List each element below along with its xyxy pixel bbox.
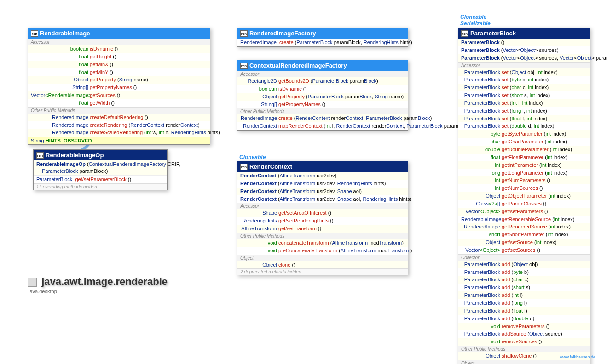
method-row: void removeParameters () <box>458 323 590 330</box>
method-row: RenderedImage create (ParameterBlock par… <box>237 39 408 46</box>
method-row: ParameterBlock set (char c, int index) <box>458 84 590 91</box>
method-row: float getMinX () <box>28 61 210 68</box>
section-collector: Collector <box>458 254 590 261</box>
section-other: Other Public Methods <box>237 233 408 239</box>
section-accessor: Accessor <box>28 39 210 45</box>
method-row: Rectangle2D getBounds2D (ParameterBlock … <box>237 77 408 85</box>
implements-cloneable: Cloneable <box>460 14 486 20</box>
section-other: Other Public Methods <box>28 107 210 114</box>
section-accessor: Accessor <box>458 62 590 68</box>
method-row: ParameterBlock add (char c) <box>458 276 590 284</box>
method-row: float getHeight () <box>28 53 210 61</box>
method-row: Vector<RenderableImage> getSources () <box>28 91 210 99</box>
method-row: void concatenateTransform (AffineTransfo… <box>237 239 408 247</box>
method-row: ParameterBlock set (double d, int index) <box>458 122 590 130</box>
method-row: Object getObjectParameter (int index) <box>458 192 590 200</box>
method-row: ParameterBlock add (float f) <box>458 307 590 315</box>
method-row: RenderedImage create (RenderContext rend… <box>237 114 408 122</box>
class-parameter-block: ren ParameterBlock ParameterBlock ()Para… <box>458 28 590 364</box>
section-other: Other Public Methods <box>237 108 408 114</box>
method-row: float getWidth () <box>28 99 210 107</box>
method-row: Vector<Object> get/setParameters () <box>458 208 590 216</box>
method-row: RenderingHints get/setRenderingHints () <box>237 217 408 225</box>
method-row: short getShortParameter (int index) <box>458 231 590 239</box>
method-row: boolean isDynamic () <box>237 85 408 93</box>
method-row: Vector<Object> get/setSources () <box>458 246 590 254</box>
method-row: ParameterBlock add (Object obj) <box>458 261 590 268</box>
constructor: RenderContext (AffineTransform usr2dev, … <box>237 195 408 203</box>
class-title: ren RenderableImageOp <box>34 150 167 160</box>
class-title-text: ParameterBlock <box>470 30 516 37</box>
method-row: Object getProperty (String name) <box>28 76 210 84</box>
section-accessor: Accessor <box>237 203 408 209</box>
method-row: AffineTransform get/setTransform () <box>237 225 408 233</box>
watermark: www.falkhausen.de <box>560 355 595 359</box>
class-title: ren RenderableImage <box>28 28 210 39</box>
method-row: ParameterBlock add (byte b) <box>458 268 590 276</box>
class-title: ren ContextualRenderedImageFactory <box>237 60 408 71</box>
method-row: void preConcatenateTransform (AffineTran… <box>237 247 408 255</box>
constructor: ParameterBlock (Vector<Object> sources) <box>458 46 590 54</box>
class-rendered-image-factory: ren RenderedImageFactory RenderedImage c… <box>237 28 408 47</box>
method-row: Object getProperty (ParameterBlock param… <box>237 93 408 101</box>
method-row: int getIntParameter (int index) <box>458 161 590 169</box>
package-module: java.desktop <box>29 289 57 294</box>
method-row: float getMinY () <box>28 68 210 76</box>
method-row: RenderedImage createRendering (RenderCon… <box>28 121 210 129</box>
class-renderable-image-op: ren RenderableImageOp RenderableImageOp … <box>33 149 168 190</box>
method-row: double getDoubleParameter (int index) <box>458 146 590 154</box>
implements-cloneable: Cloneable <box>239 154 266 160</box>
method-row: Class<?>[] getParamClasses () <box>458 200 590 208</box>
ren-icon: ren <box>31 30 38 37</box>
class-contextual-rif: ren ContextualRenderedImageFactory Acces… <box>237 60 408 131</box>
method-row: float getFloatParameter (int index) <box>458 154 590 161</box>
class-title: ren RenderContext <box>237 161 408 172</box>
method-row: ParameterBlock add (long l) <box>458 299 590 307</box>
class-title-text: RenderContext <box>249 163 292 170</box>
ren-icon: ren <box>240 164 248 170</box>
class-render-context: ren RenderContext RenderContext (AffineT… <box>237 161 408 275</box>
method-row: RenderedImage createDefaultRendering () <box>28 114 210 121</box>
method-row: RenderedImage createScaledRendering (int… <box>28 129 210 136</box>
method-row: long getLongParameter (int index) <box>458 169 590 177</box>
method-row: ParameterBlock get/setParameterBlock () <box>34 175 167 183</box>
method-row: RenderContext mapRenderContext (int i, R… <box>237 122 408 130</box>
class-title: ren ParameterBlock <box>458 28 590 39</box>
method-row: int getNumSources () <box>458 184 590 192</box>
method-row: ParameterBlock add (int i) <box>458 291 590 299</box>
class-title-text: RenderedImageFactory <box>249 30 316 37</box>
section-object: Object <box>237 255 408 261</box>
method-row: ParameterBlock set (float f, int index) <box>458 115 590 123</box>
section-object: Object <box>458 360 590 364</box>
method-row: RenderableImage getRenderableSource (int… <box>458 216 590 223</box>
constructor: RenderContext (AffineTransform usr2dev) <box>237 172 408 180</box>
class-title: ren RenderedImageFactory <box>237 28 408 39</box>
class-title-text: RenderableImage <box>40 30 90 37</box>
method-row: ParameterBlock add (short s) <box>458 284 590 291</box>
method-row: ParameterBlock set (int i, int index) <box>458 99 590 107</box>
constructor: RenderContext (AffineTransform usr2dev, … <box>237 180 408 188</box>
class-title-text: ContextualRenderedImageFactory <box>249 62 347 69</box>
method-row: ParameterBlock set (byte b, int index) <box>458 76 590 84</box>
method-row: String[] getPropertyNames () <box>237 101 408 108</box>
ren-icon: ren <box>461 30 468 37</box>
constructor: RenderableImageOp (ContextualRenderedIma… <box>34 160 167 175</box>
class-title-text: RenderableImageOp <box>46 152 104 159</box>
constructor: RenderContext (AffineTransform usr2dev, … <box>237 188 408 195</box>
package-title: java.awt.image.renderable <box>28 276 168 288</box>
method-row: char getCharParameter (int index) <box>458 138 590 146</box>
hidden-methods-note: 11 overriding methods hidden <box>34 183 167 190</box>
package-icon <box>28 278 37 287</box>
method-row: ParameterBlock addSource (Object source) <box>458 330 590 338</box>
method-row: byte getByteParameter (int index) <box>458 130 590 138</box>
constant-hints-observed: String HINTS_OBSERVED <box>28 136 210 144</box>
method-row: void removeSources () <box>458 338 590 346</box>
ren-icon: ren <box>36 152 44 159</box>
method-row: ParameterBlock set (Object obj, int inde… <box>458 68 590 76</box>
section-other: Other Public Methods <box>458 346 590 352</box>
constructor: ParameterBlock (Vector<Object> sources, … <box>458 54 590 62</box>
method-row: String[] getPropertyNames () <box>28 84 210 91</box>
method-row: Object get/setSource (int index) <box>458 239 590 246</box>
method-row: ParameterBlock set (long l, int index) <box>458 107 590 115</box>
constructor: ParameterBlock () <box>458 39 590 46</box>
